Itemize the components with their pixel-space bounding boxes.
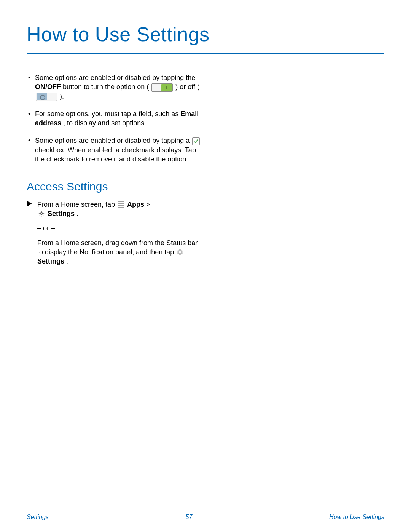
onoff-label: ON/OFF [35, 83, 61, 91]
toggle-on-icon [151, 83, 173, 92]
step-arrow-icon [27, 201, 32, 207]
text: Some options are enabled or disabled by … [35, 137, 191, 144]
checkbox-icon [192, 137, 200, 145]
content-column: Some options are enabled or disabled by … [27, 73, 202, 266]
text: button to turn the option on ( [63, 83, 151, 91]
text: checkbox. When enabled, a checkmark disp… [35, 146, 196, 163]
bullet-onoff: Some options are enabled or disabled by … [27, 73, 202, 101]
page: How to Use Settings Some options are ena… [0, 0, 411, 532]
page-footer: Settings 57 How to Use Settings [0, 514, 411, 521]
settings-label: Settings [37, 257, 64, 265]
step-or: – or – [37, 224, 202, 233]
period: . [76, 210, 78, 217]
text: From a Home screen, drag down from the S… [37, 239, 198, 256]
bullet-field: For some options, you must tap a field, … [27, 109, 202, 128]
text: ). [60, 93, 64, 100]
svg-point-0 [41, 213, 43, 215]
text: Some options are enabled or disabled by … [35, 74, 195, 81]
text: From a Home screen, tap [37, 201, 117, 208]
apps-label: Apps [127, 201, 144, 208]
period: . [66, 257, 68, 265]
bullet-list: Some options are enabled or disabled by … [27, 73, 202, 164]
gear-icon [38, 210, 45, 217]
footer-page-number: 57 [186, 514, 193, 521]
step-block: From a Home screen, tap Apps > Settings … [27, 200, 202, 266]
apps-icon [118, 201, 124, 208]
section-heading-access-settings: Access Settings [27, 179, 202, 195]
toggle-off-icon [36, 93, 57, 101]
text: , to display and set options. [63, 119, 146, 127]
footer-left: Settings [27, 514, 49, 521]
footer-right: How to Use Settings [329, 514, 384, 521]
text: ) or off ( [175, 83, 199, 91]
text: For some options, you must tap a field, … [35, 110, 180, 118]
gt: > [146, 201, 150, 208]
gear-icon [177, 249, 183, 256]
page-title: How to Use Settings [27, 23, 384, 54]
bullet-checkbox: Some options are enabled or disabled by … [27, 136, 202, 164]
step-line-1: From a Home screen, tap Apps > Settings … [37, 200, 202, 219]
settings-label: Settings [48, 210, 75, 217]
step-line-2: From a Home screen, drag down from the S… [37, 238, 202, 266]
